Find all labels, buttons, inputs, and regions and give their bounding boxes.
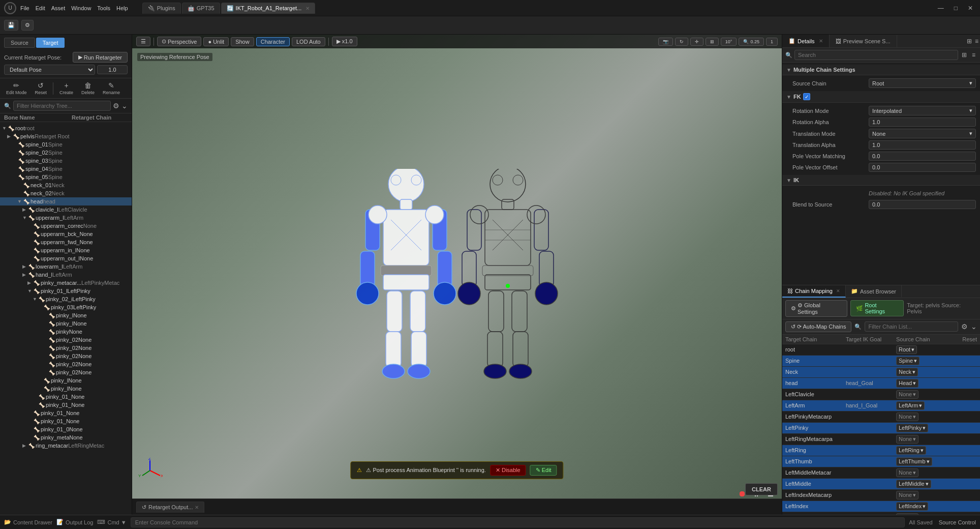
source-dropdown[interactable]: LeftPinky ▾ [896, 424, 928, 432]
bone-row[interactable]: ▶ 🦴 ring_metacar LeftRingMetac [0, 442, 132, 450]
source-dropdown[interactable]: LeftMiddle ▾ [896, 480, 931, 488]
chain-source[interactable]: LeftMiddle ▾ [896, 480, 946, 488]
run-retargeter-button[interactable]: ▶ Run Retargeter [73, 52, 128, 63]
menu-file[interactable]: File [20, 5, 29, 11]
bone-row[interactable]: 🦴 spine_03 Spine [0, 157, 132, 165]
bone-row[interactable]: 🦴 pinky_03LeftPinky [0, 303, 132, 311]
source-dropdown[interactable]: LeftRing ▾ [896, 446, 926, 455]
menu-asset[interactable]: Asset [51, 5, 66, 11]
tab-retarget-close[interactable]: ✕ [305, 6, 310, 11]
bone-row[interactable]: 🦴 pinky_01_None [0, 417, 132, 425]
asset-browser-tab[interactable]: 📁 Asset Browser [846, 285, 902, 297]
chain-source[interactable]: None ▾ [896, 435, 946, 444]
chain-row[interactable]: LeftIndexMetacarp None ▾ [782, 490, 980, 501]
bone-row[interactable]: 🦴 pinky_lNone [0, 311, 132, 319]
source-dropdown[interactable]: None ▾ [896, 435, 918, 444]
bone-row[interactable]: ▼ 🦴 upperarm_l LeftArm [0, 214, 132, 222]
bone-row[interactable]: 🦴 pinkyNone [0, 328, 132, 336]
tree-arrow[interactable]: ▼ [22, 215, 27, 220]
chain-row[interactable]: LeftPinky LeftPinky ▾ [782, 423, 980, 434]
source-dropdown[interactable]: LeftIndex ▾ [896, 502, 928, 511]
bone-row[interactable]: 🦴 pinky_02None [0, 352, 132, 360]
chain-row[interactable]: LeftClavicle None ▾ [782, 389, 980, 400]
chain-row[interactable]: head head_Goal Head ▾ [782, 378, 980, 389]
chain-row[interactable]: Spine Spine ▾ [782, 356, 980, 367]
chain-row[interactable]: LeftLowerArmTwist None ▾ [782, 512, 980, 515]
details-layout-icon[interactable]: ⊞ [965, 37, 973, 46]
chain-row[interactable]: LeftArm hand_l_Goal LeftArm ▾ [782, 400, 980, 412]
chain-source[interactable]: LeftThumb ▾ [896, 457, 946, 466]
bone-row[interactable]: ▼ 🦴 pinky_01_lLeftPinky [0, 287, 132, 295]
retarget-output-tab[interactable]: ↺ Retarget Output... ✕ [136, 502, 204, 513]
source-chain-dropdown[interactable]: Root ▾ [869, 78, 976, 88]
cmd-button[interactable]: ⌨ Cmd ▼ [97, 519, 126, 525]
tab-plugins[interactable]: 🔌 Plugins [142, 3, 181, 14]
bone-row[interactable]: 🦴 spine_05 Spine [0, 173, 132, 181]
bone-row[interactable]: 🦴 pinky_lNone [0, 385, 132, 393]
bone-row[interactable]: 🦴 spine_04 Spine [0, 165, 132, 173]
bone-row[interactable]: 🦴 pinky_02None [0, 360, 132, 368]
menu-tools[interactable]: Tools [97, 5, 110, 11]
source-tab[interactable]: Source [4, 38, 35, 48]
multiple-chain-section[interactable]: ▼ Multiple Chain Settings [782, 65, 980, 75]
chain-source[interactable]: None ▾ [896, 513, 946, 515]
unlit-button[interactable]: ● Unlit [203, 37, 229, 46]
source-dropdown[interactable]: Neck ▾ [896, 368, 918, 376]
source-dropdown[interactable]: None ▾ [896, 390, 918, 399]
tree-arrow[interactable]: ▶ [22, 207, 27, 212]
chain-source[interactable]: LeftRing ▾ [896, 446, 946, 455]
bone-row[interactable]: ▶ 🦴 lowerarm_l LeftArm [0, 262, 132, 271]
chain-source[interactable]: None ▾ [896, 413, 946, 421]
bone-row[interactable]: ▶ 🦴 pinky_metacar... LeftPinkyMetac [0, 279, 132, 287]
chain-mapping-close[interactable]: ✕ [836, 288, 840, 293]
blend-source-input[interactable] [869, 200, 976, 209]
edit-mode-button[interactable]: ✏ Edit Mode [4, 80, 29, 96]
chain-source[interactable]: None ▾ [896, 468, 946, 477]
tree-arrow[interactable]: ▼ [17, 199, 22, 204]
bone-row[interactable]: 🦴 pinky_metaNone [0, 433, 132, 442]
bone-row[interactable]: 🦴 pinky_lNone [0, 376, 132, 385]
chain-row[interactable]: LeftMiddleMetacar None ▾ [782, 467, 980, 479]
reset-button[interactable]: ↺ Reset [33, 80, 49, 96]
global-settings-button[interactable]: ⚙ ⚙ Global Settings [785, 300, 847, 317]
chain-source[interactable]: LeftIndex ▾ [896, 502, 946, 511]
menu-window[interactable]: Window [71, 5, 91, 11]
bone-row[interactable]: 🦴 neck_02 Neck [0, 189, 132, 197]
bone-row[interactable]: 🦴 upperarm_correc None [0, 222, 132, 230]
bone-row[interactable]: 🦴 upperarm_in_lNone [0, 246, 132, 254]
bone-row[interactable]: ▼ 🦴 head head [0, 197, 132, 205]
pose-select[interactable]: Default Pose [4, 65, 95, 75]
pose-value-input[interactable] [97, 65, 128, 74]
chain-row[interactable]: LeftThumb LeftThumb ▾ [782, 456, 980, 467]
play-speed-button[interactable]: ▶ x1.0 [332, 37, 357, 46]
bone-row[interactable]: 🦴 pinky_02None [0, 368, 132, 376]
translation-mode-dropdown[interactable]: None ▾ [869, 129, 976, 138]
bone-row[interactable]: 🦴 pinky_02None [0, 336, 132, 344]
chain-settings-icon[interactable]: ⚙ [961, 322, 968, 331]
bone-row[interactable]: 🦴 spine_01 Spine [0, 140, 132, 149]
rename-button[interactable]: ✎ Rename [101, 80, 122, 96]
bone-row[interactable]: 🦴 upperarm_fwd_None [0, 238, 132, 246]
chain-source[interactable]: Root ▾ [896, 345, 946, 354]
chain-source[interactable]: LeftPinky ▾ [896, 424, 946, 432]
output-log-button[interactable]: 📝 Output Log [56, 519, 93, 525]
chain-row[interactable]: LeftIndex LeftIndex ▾ [782, 501, 980, 512]
details-icon-1[interactable]: ⊞ [960, 50, 968, 60]
bone-row[interactable]: 🦴 spine_02 Spine [0, 149, 132, 157]
lod-button[interactable]: LOD Auto [292, 37, 325, 46]
source-dropdown[interactable]: LeftArm ▾ [896, 401, 925, 410]
clear-button[interactable]: CLEAR [745, 483, 778, 495]
source-dropdown[interactable]: Head ▾ [896, 379, 918, 388]
source-dropdown[interactable]: None ▾ [896, 491, 918, 499]
resolution-control[interactable]: 1 [766, 38, 778, 46]
edit-button[interactable]: ✎ Edit [530, 465, 557, 476]
bone-row[interactable]: ▶ 🦴 pelvis Retarget Root [0, 132, 132, 140]
bone-row[interactable]: 🦴 neck_01 Neck [0, 181, 132, 189]
fk-section[interactable]: ▼ FK ✓ [782, 91, 980, 103]
rotation-alpha-input[interactable] [869, 117, 976, 127]
delete-button[interactable]: 🗑 Delete [79, 80, 97, 96]
maximize-button[interactable]: □ [951, 4, 961, 13]
disable-button[interactable]: ✕ Disable [490, 465, 526, 476]
source-dropdown[interactable]: None ▾ [896, 413, 918, 421]
details-tab-close[interactable]: ✕ [819, 38, 823, 44]
